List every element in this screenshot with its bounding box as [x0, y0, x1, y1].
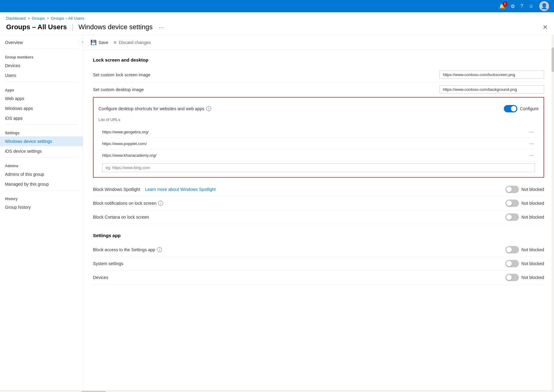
- settings-app-section: Settings app Block access to the Setting…: [93, 233, 544, 285]
- block-settings-toggle[interactable]: [505, 246, 519, 253]
- block-cortana-toggle-wrapper: Not blocked: [505, 213, 544, 221]
- block-spotlight-row: Block Windows Spotlight Learn more about…: [93, 183, 544, 196]
- save-button[interactable]: 💾 Save: [90, 38, 108, 46]
- block-notifications-toggle-label: Not blocked: [521, 201, 544, 206]
- system-settings-row: System settings Not blocked: [93, 257, 544, 271]
- avatar[interactable]: 👤: [539, 1, 549, 11]
- page-header: Groups – All Users | Windows device sett…: [0, 22, 554, 35]
- url-add-row: [98, 161, 539, 172]
- block-spotlight-toggle-wrapper: Not blocked: [505, 186, 544, 193]
- smiley-icon[interactable]: ☺: [529, 3, 534, 9]
- save-icon: 💾: [90, 39, 97, 45]
- sidebar-item-users[interactable]: Users: [0, 71, 83, 80]
- block-notifications-toggle-thumb: [506, 200, 512, 206]
- breadcrumb-all-users[interactable]: Groups – All Users: [51, 16, 84, 21]
- block-spotlight-label: Block Windows Spotlight Learn more about…: [93, 187, 216, 192]
- breadcrumb-sep-1: >: [28, 16, 30, 21]
- block-settings-app-label: Block access to the Settings app i: [93, 247, 162, 252]
- devices-settings-toggle-thumb: [506, 275, 512, 280]
- desktop-image-input[interactable]: [440, 85, 544, 94]
- block-spotlight-toggle-label: Not blocked: [521, 187, 544, 192]
- url-text-0: https://www.geogebra.org/: [102, 130, 149, 134]
- block-spotlight-toggle-thumb: [506, 187, 512, 192]
- vertical-scrollbar[interactable]: [552, 35, 554, 390]
- block-notifications-toggle[interactable]: [505, 200, 519, 207]
- url-text-2: https://www.khanacademy.org/: [102, 153, 156, 158]
- sidebar-item-devices[interactable]: Devices: [0, 61, 83, 71]
- sidebar-item-admins-of-group[interactable]: Admins of this group: [0, 169, 83, 179]
- sidebar-item-ios-device-settings[interactable]: iOS device settings: [0, 146, 83, 156]
- configure-shortcuts-box: Configure desktop shortcuts for websites…: [93, 97, 544, 178]
- toolbar: 💾 Save ✕ Discard changes: [83, 35, 554, 50]
- sidebar-section-admins: Admins: [0, 159, 83, 169]
- notification-badge: 6: [503, 2, 508, 6]
- url-add-input[interactable]: [102, 163, 535, 172]
- devices-settings-toggle-wrapper: Not blocked: [505, 274, 544, 281]
- block-settings-toggle-thumb: [506, 247, 512, 253]
- block-notifications-toggle-wrapper: Not blocked: [505, 200, 544, 207]
- configure-toggle-wrapper: Configure: [504, 105, 539, 112]
- close-button[interactable]: ✕: [543, 23, 548, 31]
- devices-settings-row: Devices Not blocked: [93, 271, 544, 285]
- sidebar-item-overview[interactable]: Overview: [0, 38, 83, 47]
- discard-button[interactable]: ✕ Discard changes: [113, 39, 151, 46]
- block-notifications-row: Block notifications on lock screen i Not…: [93, 196, 544, 210]
- sidebar-item-ios-apps[interactable]: iOS apps: [0, 113, 83, 123]
- block-settings-toggle-label: Not blocked: [521, 247, 544, 252]
- block-notifications-label: Block notifications on lock screen i: [93, 201, 163, 206]
- sidebar: « Overview Group members Devices Users A…: [0, 35, 83, 390]
- block-cortana-toggle[interactable]: [505, 213, 519, 221]
- lock-screen-image-row: Set custom lock screen image: [93, 67, 544, 82]
- desktop-image-row: Set custom desktop image: [93, 82, 544, 97]
- settings-content: Lock screen and desktop Set custom lock …: [83, 50, 554, 301]
- learn-more-spotlight-link[interactable]: Learn more about Windows Spotlight: [145, 187, 216, 192]
- url-1-menu-button[interactable]: ···: [528, 140, 535, 147]
- system-settings-toggle[interactable]: [505, 260, 519, 267]
- block-settings-info-icon[interactable]: i: [157, 247, 162, 252]
- sidebar-section-history: History: [0, 192, 83, 202]
- breadcrumb-groups[interactable]: Groups: [32, 16, 45, 21]
- configure-toggle-thumb: [511, 106, 516, 111]
- configure-info-icon[interactable]: i: [206, 106, 211, 111]
- sidebar-item-web-apps[interactable]: Web apps: [0, 94, 83, 103]
- breadcrumb: Dashboard > Groups > Groups – All Users: [0, 12, 554, 22]
- sidebar-item-group-history[interactable]: Group history: [0, 202, 83, 212]
- gear-icon[interactable]: ⚙: [511, 3, 515, 9]
- main-layout: « Overview Group members Devices Users A…: [0, 35, 554, 390]
- breadcrumb-dashboard[interactable]: Dashboard: [6, 16, 26, 21]
- lock-screen-section-title: Lock screen and desktop: [93, 57, 544, 63]
- sidebar-section-apps: Apps: [0, 83, 83, 94]
- sidebar-item-managed-by-group[interactable]: Managed by this group: [0, 179, 83, 189]
- system-settings-toggle-thumb: [506, 261, 512, 266]
- block-cortana-label: Block Cortana on lock screen: [93, 215, 149, 220]
- sidebar-item-windows-apps[interactable]: Windows apps: [0, 103, 83, 113]
- bell-icon[interactable]: 🔔 6: [499, 3, 505, 9]
- block-cortana-toggle-label: Not blocked: [521, 215, 544, 220]
- top-bar: 🔔 6 ⚙ ? ☺ 👤: [0, 0, 554, 12]
- configure-toggle[interactable]: [504, 105, 517, 112]
- bottom-scrollbar-thumb: [81, 391, 106, 392]
- configure-shortcuts-label: Configure desktop shortcuts for websites…: [98, 106, 211, 111]
- devices-settings-label: Devices: [93, 275, 108, 280]
- configure-shortcuts-row: Configure desktop shortcuts for websites…: [98, 103, 539, 116]
- lock-screen-image-input[interactable]: [440, 71, 544, 79]
- discard-icon: ✕: [113, 40, 117, 45]
- block-settings-toggle-wrapper: Not blocked: [505, 246, 544, 253]
- block-notifications-info-icon[interactable]: i: [158, 201, 163, 206]
- devices-settings-toggle[interactable]: [505, 274, 519, 281]
- url-list-label: List of URLs: [98, 116, 539, 123]
- sidebar-item-windows-device-settings[interactable]: Windows device settings: [0, 136, 83, 146]
- ellipsis-button[interactable]: ···: [159, 24, 164, 31]
- sidebar-section-group-members: Group members: [0, 50, 83, 61]
- bottom-scrollbar[interactable]: [0, 390, 554, 392]
- url-2-menu-button[interactable]: ···: [528, 152, 535, 159]
- help-icon[interactable]: ?: [520, 3, 523, 9]
- content-area: 💾 Save ✕ Discard changes Lock screen and…: [83, 35, 554, 390]
- desktop-image-label: Set custom desktop image: [93, 87, 144, 92]
- url-row-1: https://www.popplet.com/ ···: [98, 138, 539, 150]
- page-section-title: Windows device settings: [78, 23, 153, 31]
- url-0-menu-button[interactable]: ···: [528, 129, 535, 135]
- url-text-1: https://www.popplet.com/: [102, 141, 147, 146]
- block-spotlight-toggle[interactable]: [505, 186, 519, 193]
- devices-settings-toggle-label: Not blocked: [521, 275, 544, 280]
